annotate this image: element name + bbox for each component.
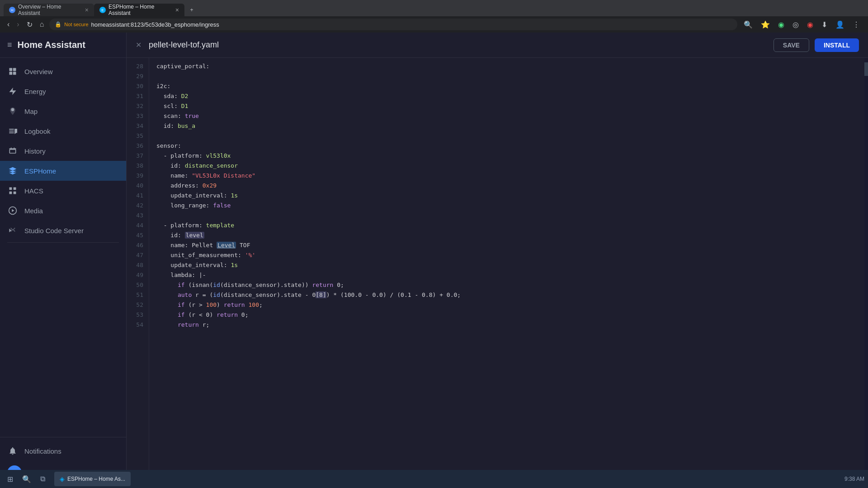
line-num-51: 51 bbox=[132, 290, 143, 300]
sidebar-item-label-energy: Energy bbox=[24, 88, 46, 95]
bookmark-button[interactable]: ⭐ bbox=[758, 19, 773, 31]
sidebar-item-energy[interactable]: Energy bbox=[0, 81, 126, 101]
taskbar-time: 9:38 AM bbox=[844, 476, 864, 482]
sidebar-title: Home Assistant bbox=[18, 40, 85, 50]
tab-favicon-overview: H bbox=[9, 7, 15, 13]
svg-rect-8 bbox=[9, 132, 14, 133]
zoom-button[interactable]: 🔍 bbox=[741, 19, 755, 31]
line-num-39: 39 bbox=[132, 171, 143, 181]
sidebar-item-media[interactable]: Media bbox=[0, 201, 126, 221]
line-num-41: 41 bbox=[132, 191, 143, 201]
home-button[interactable]: ⌂ bbox=[38, 19, 46, 30]
line-num-33: 33 bbox=[132, 111, 143, 121]
sidebar-item-map[interactable]: Map bbox=[0, 101, 126, 121]
media-icon bbox=[7, 205, 18, 216]
svg-rect-11 bbox=[14, 148, 15, 149]
sidebar-item-label-overview: Overview bbox=[24, 68, 53, 75]
line-num-47: 47 bbox=[132, 250, 143, 260]
code-line-42: long_range: false bbox=[149, 201, 864, 211]
tab-close-overview[interactable]: × bbox=[85, 6, 89, 14]
esphome-icon bbox=[7, 165, 18, 176]
svg-rect-6 bbox=[9, 129, 14, 130]
line-num-53: 53 bbox=[132, 310, 143, 320]
code-line-37: - platform: vl53l0x bbox=[149, 151, 864, 161]
svg-rect-7 bbox=[9, 131, 14, 131]
line-num-32: 32 bbox=[132, 101, 143, 111]
not-secure-label: Not secure bbox=[64, 22, 88, 27]
tab-esphome[interactable]: E ESPHome – Home Assistant × bbox=[94, 4, 184, 16]
address-bar[interactable]: 🔒 Not secure homeassistant:8123/5c53de3b… bbox=[49, 19, 737, 30]
sidebar-item-esphome[interactable]: ESPHome bbox=[0, 161, 126, 181]
sidebar-item-history[interactable]: History bbox=[0, 141, 126, 161]
save-button[interactable]: SAVE bbox=[774, 38, 809, 52]
scrollbar-track[interactable] bbox=[864, 58, 868, 488]
sidebar-item-label-media: Media bbox=[24, 207, 43, 215]
code-editor[interactable]: 28 29 30 31 32 33 34 35 36 37 38 39 40 4… bbox=[127, 58, 868, 488]
download-button[interactable]: ⬇ bbox=[819, 19, 830, 31]
line-num-48: 48 bbox=[132, 260, 143, 270]
extension3-button[interactable]: ◉ bbox=[804, 19, 816, 31]
editor-area: ✕ pellet-level-tof.yaml SAVE INSTALL 28 … bbox=[127, 33, 868, 488]
sidebar-item-label-map: Map bbox=[24, 108, 38, 115]
svg-rect-2 bbox=[9, 72, 13, 75]
sidebar-item-studio-code-server[interactable]: Studio Code Server bbox=[0, 221, 126, 240]
start-button[interactable]: ⊞ bbox=[4, 473, 17, 485]
code-line-36: sensor: bbox=[149, 141, 864, 151]
svg-rect-1 bbox=[13, 68, 16, 71]
profile-button[interactable]: 👤 bbox=[833, 19, 847, 31]
scrollbar-thumb[interactable] bbox=[864, 62, 868, 76]
taskbar: ⊞ 🔍 ⧉ ◈ ESPHome – Home As... 9:38 AM bbox=[0, 470, 868, 488]
sidebar-menu-button[interactable]: ≡ bbox=[7, 40, 12, 50]
editor-close-button[interactable]: ✕ bbox=[136, 41, 142, 49]
extension1-button[interactable]: ◉ bbox=[775, 19, 787, 31]
editor-header: ✕ pellet-level-tof.yaml SAVE INSTALL bbox=[127, 33, 868, 58]
line-num-40: 40 bbox=[132, 181, 143, 191]
history-icon bbox=[7, 145, 18, 156]
code-line-33: scan: true bbox=[149, 111, 864, 121]
svg-rect-10 bbox=[11, 148, 12, 149]
menu-button[interactable]: ⋮ bbox=[850, 19, 863, 31]
sidebar-item-label-history: History bbox=[24, 147, 46, 155]
map-icon bbox=[7, 106, 18, 117]
taskbar-start: ⊞ 🔍 ⧉ bbox=[4, 473, 49, 485]
sidebar-item-hacs[interactable]: HACS bbox=[0, 181, 126, 201]
studio-code-icon bbox=[7, 225, 18, 236]
svg-rect-12 bbox=[9, 188, 12, 190]
code-line-31: sda: D2 bbox=[149, 91, 864, 101]
app-container: ≡ Home Assistant Overview Energy bbox=[0, 33, 868, 488]
taskbar-app-label: ESPHome – Home As... bbox=[67, 476, 125, 482]
svg-point-5 bbox=[12, 109, 14, 111]
line-num-54: 54 bbox=[132, 320, 143, 330]
code-line-46: name: Pellet Level TOF bbox=[149, 240, 864, 250]
new-tab-button[interactable]: + bbox=[184, 4, 199, 16]
svg-rect-9 bbox=[9, 148, 16, 149]
sidebar: ≡ Home Assistant Overview Energy bbox=[0, 33, 127, 488]
forward-button[interactable]: › bbox=[15, 19, 21, 30]
sidebar-item-notifications[interactable]: Notifications bbox=[0, 441, 126, 461]
extension2-button[interactable]: ◎ bbox=[790, 19, 802, 31]
code-line-53: if (r < 0) return 0; bbox=[149, 310, 864, 320]
sidebar-item-logbook[interactable]: Logbook bbox=[0, 121, 126, 141]
install-button[interactable]: INSTALL bbox=[815, 38, 859, 52]
refresh-button[interactable]: ↻ bbox=[25, 19, 34, 31]
code-line-43 bbox=[149, 211, 864, 221]
code-content[interactable]: captive_portal: i2c: sda: D2 scl: D1 sca… bbox=[149, 58, 864, 488]
code-line-41: update_interval: 1s bbox=[149, 191, 864, 201]
tab-favicon-esphome: E bbox=[99, 7, 106, 13]
browser-tabs: H Overview – Home Assistant × E ESPHome … bbox=[0, 0, 868, 16]
browser-actions: 🔍 ⭐ ◉ ◎ ◉ ⬇ 👤 ⋮ bbox=[741, 19, 863, 31]
line-num-46: 46 bbox=[132, 240, 143, 250]
line-num-44: 44 bbox=[132, 221, 143, 230]
taskbar-app-item[interactable]: ◈ ESPHome – Home As... bbox=[54, 472, 131, 486]
line-num-43: 43 bbox=[132, 211, 143, 221]
search-button[interactable]: 🔍 bbox=[19, 473, 35, 485]
code-line-30: i2c: bbox=[149, 81, 864, 91]
task-view-button[interactable]: ⧉ bbox=[37, 473, 49, 485]
line-num-50: 50 bbox=[132, 280, 143, 290]
browser-toolbar: ‹ › ↻ ⌂ 🔒 Not secure homeassistant:8123/… bbox=[0, 16, 868, 33]
svg-rect-3 bbox=[13, 72, 16, 75]
tab-close-esphome[interactable]: × bbox=[175, 6, 179, 14]
tab-overview[interactable]: H Overview – Home Assistant × bbox=[4, 4, 94, 16]
sidebar-item-overview[interactable]: Overview bbox=[0, 61, 126, 81]
back-button[interactable]: ‹ bbox=[5, 19, 11, 30]
